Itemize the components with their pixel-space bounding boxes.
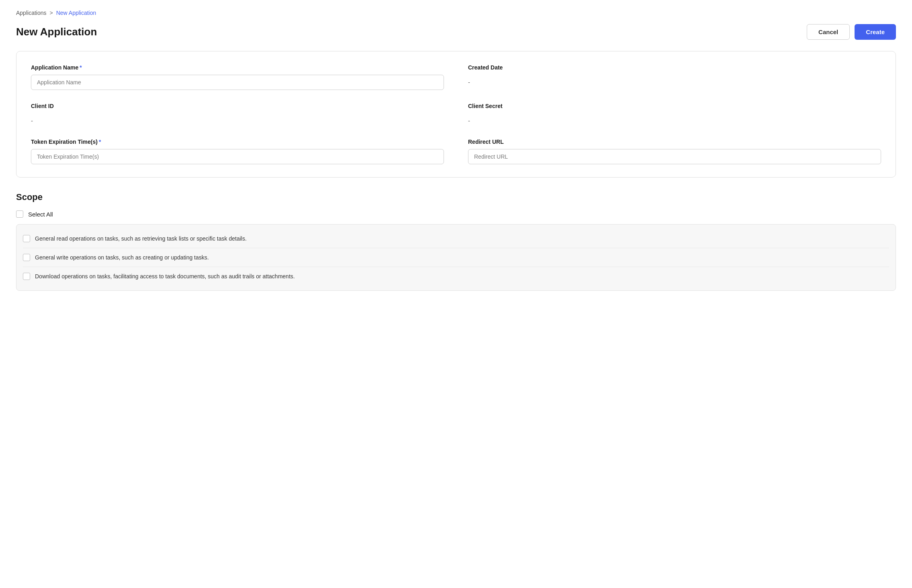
scope-checkbox-0[interactable]	[23, 235, 30, 242]
client-secret-value: -	[468, 113, 881, 126]
redirect-url-input[interactable]	[468, 149, 881, 164]
redirect-url-field: Redirect URL	[468, 139, 881, 164]
client-id-label: Client ID	[31, 103, 444, 109]
page-header: New Application Cancel Create	[16, 24, 896, 40]
cancel-button[interactable]: Cancel	[807, 24, 850, 40]
client-secret-label: Client Secret	[468, 103, 881, 109]
token-expiration-input[interactable]	[31, 149, 444, 164]
breadcrumb-separator: >	[50, 10, 53, 16]
select-all-checkbox[interactable]	[16, 210, 23, 218]
breadcrumb-applications: Applications	[16, 10, 47, 16]
select-all-row: Select All	[16, 210, 896, 218]
list-item: Download operations on tasks, facilitati…	[23, 267, 889, 286]
breadcrumb: Applications > New Application	[16, 10, 896, 16]
select-all-label: Select All	[28, 211, 53, 218]
scope-text-1: General write operations on tasks, such …	[35, 254, 209, 261]
required-star: *	[80, 64, 82, 71]
scope-text-2: Download operations on tasks, facilitati…	[35, 273, 295, 280]
scope-checkbox-2[interactable]	[23, 273, 30, 280]
list-item: General write operations on tasks, such …	[23, 248, 889, 267]
form-card: Application Name* Created Date - Client …	[16, 51, 896, 178]
create-button[interactable]: Create	[855, 24, 896, 40]
application-name-field: Application Name*	[31, 64, 444, 90]
token-expiration-field: Token Expiration Time(s)*	[31, 139, 444, 164]
created-date-label: Created Date	[468, 64, 881, 71]
token-required-star: *	[99, 139, 101, 145]
scope-section-title: Scope	[16, 192, 896, 202]
page-title: New Application	[16, 26, 97, 38]
client-id-value: -	[31, 113, 444, 126]
breadcrumb-new-application[interactable]: New Application	[56, 10, 96, 16]
list-item: General read operations on tasks, such a…	[23, 229, 889, 248]
form-grid: Application Name* Created Date - Client …	[31, 64, 881, 164]
application-name-label: Application Name*	[31, 64, 444, 71]
token-expiration-label: Token Expiration Time(s)*	[31, 139, 444, 145]
application-name-input[interactable]	[31, 75, 444, 90]
scope-checkbox-1[interactable]	[23, 254, 30, 261]
scope-list: General read operations on tasks, such a…	[16, 224, 896, 291]
redirect-url-label: Redirect URL	[468, 139, 881, 145]
created-date-field: Created Date -	[468, 64, 881, 90]
client-id-field: Client ID -	[31, 103, 444, 126]
scope-section: Scope Select All General read operations…	[16, 192, 896, 291]
created-date-value: -	[468, 75, 881, 87]
client-secret-field: Client Secret -	[468, 103, 881, 126]
scope-text-0: General read operations on tasks, such a…	[35, 235, 247, 242]
header-actions: Cancel Create	[807, 24, 896, 40]
